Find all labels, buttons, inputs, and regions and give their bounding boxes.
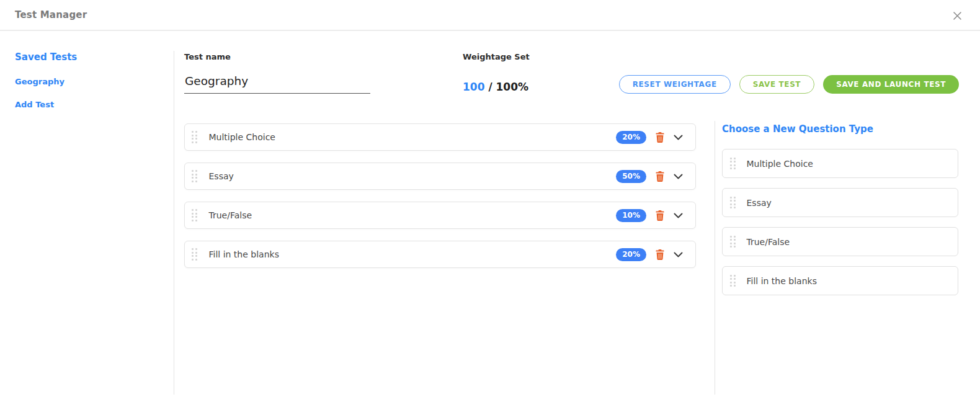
- trash-icon: [656, 210, 664, 221]
- question-type-cards: Multiple Choice Essay True/False Fill in…: [722, 149, 958, 295]
- weight-badge[interactable]: 20%: [616, 131, 646, 144]
- reset-weightage-button[interactable]: RESET WEIGHTAGE: [619, 75, 731, 94]
- question-row[interactable]: Multiple Choice 20%: [184, 123, 696, 151]
- weight-badge[interactable]: 10%: [616, 209, 646, 222]
- weightage-label: Weightage Set: [463, 52, 530, 61]
- question-row[interactable]: Fill in the blanks 20%: [184, 241, 696, 268]
- trash-icon: [656, 132, 664, 143]
- chevron-down-icon: [674, 213, 683, 218]
- question-type-label: Fill in the blanks: [747, 276, 817, 286]
- test-manager-page: { "header": { "title": "Test Manager" },…: [0, 0, 980, 402]
- question-row-label: True/False: [209, 210, 252, 220]
- weightage-current: 100: [463, 81, 485, 93]
- weight-badge[interactable]: 20%: [616, 248, 646, 261]
- chevron-down-icon: [674, 252, 683, 257]
- question-type-card[interactable]: Fill in the blanks: [722, 266, 958, 295]
- delete-button[interactable]: [656, 132, 664, 143]
- drag-handle-icon[interactable]: [730, 236, 736, 248]
- right-panel-divider: [715, 121, 715, 395]
- test-name-label: Test name: [184, 52, 231, 61]
- drag-handle-icon[interactable]: [192, 248, 197, 261]
- question-type-label: True/False: [747, 237, 790, 247]
- save-test-button[interactable]: SAVE TEST: [739, 75, 814, 94]
- weightage-value: 100 / 100%: [463, 81, 528, 93]
- sidebar-nav: Geography Add Test: [15, 77, 65, 109]
- trash-icon: [656, 249, 664, 260]
- question-type-card[interactable]: True/False: [722, 227, 958, 256]
- expand-button[interactable]: [674, 135, 683, 140]
- question-type-card[interactable]: Essay: [722, 188, 958, 217]
- action-buttons: RESET WEIGHTAGE SAVE TEST SAVE AND LAUNC…: [619, 75, 959, 94]
- sidebar-title: Saved Tests: [15, 51, 77, 63]
- question-row[interactable]: Essay 50%: [184, 163, 696, 190]
- close-button[interactable]: [951, 9, 963, 22]
- question-rows: Multiple Choice 20%: [184, 123, 696, 268]
- chevron-down-icon: [674, 174, 683, 179]
- right-panel-title: Choose a New Question Type: [722, 123, 873, 135]
- question-type-label: Essay: [747, 198, 772, 208]
- question-row-label: Multiple Choice: [209, 132, 275, 142]
- delete-button[interactable]: [656, 210, 664, 221]
- expand-button[interactable]: [674, 213, 683, 218]
- question-row-label: Essay: [209, 171, 234, 181]
- sidebar-item[interactable]: Add Test: [15, 100, 65, 109]
- test-name-input[interactable]: [184, 74, 370, 94]
- chevron-down-icon: [674, 135, 683, 140]
- drag-handle-icon[interactable]: [192, 209, 197, 221]
- save-and-launch-button[interactable]: SAVE AND LAUNCH TEST: [823, 75, 959, 94]
- delete-button[interactable]: [656, 171, 664, 182]
- drag-handle-icon[interactable]: [192, 131, 197, 143]
- drag-handle-icon[interactable]: [192, 170, 197, 182]
- expand-button[interactable]: [674, 252, 683, 257]
- drag-handle-icon[interactable]: [730, 158, 736, 170]
- page-title: Test Manager: [15, 9, 87, 20]
- trash-icon: [656, 171, 664, 182]
- header: Test Manager: [0, 0, 980, 31]
- close-icon: [953, 11, 962, 20]
- delete-button[interactable]: [656, 249, 664, 260]
- question-type-card[interactable]: Multiple Choice: [722, 149, 958, 178]
- question-type-label: Multiple Choice: [747, 159, 813, 169]
- drag-handle-icon[interactable]: [730, 197, 736, 209]
- weightage-total: / 100%: [485, 81, 529, 93]
- expand-button[interactable]: [674, 174, 683, 179]
- drag-handle-icon[interactable]: [730, 275, 736, 287]
- question-row-label: Fill in the blanks: [209, 249, 279, 259]
- weight-badge[interactable]: 50%: [616, 170, 646, 183]
- sidebar-divider: [174, 51, 174, 395]
- sidebar-item[interactable]: Geography: [15, 77, 65, 86]
- question-row[interactable]: True/False 10%: [184, 202, 696, 229]
